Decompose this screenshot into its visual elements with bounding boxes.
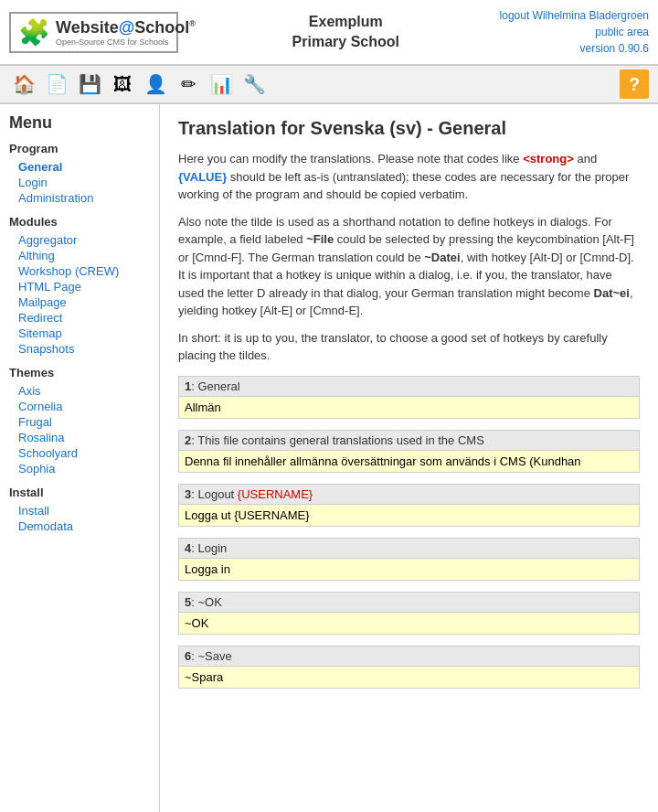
sidebar-item-install[interactable]: Install [9, 503, 150, 518]
section-themes: Themes [9, 366, 150, 379]
translation-item-3: 3: Logout {USERNAME} [178, 484, 640, 527]
trans-label-5: 5: ~OK [178, 592, 640, 612]
sidebar-item-axis[interactable]: Axis [9, 383, 150, 399]
sidebar-item-demodata[interactable]: Demodata [9, 518, 150, 534]
image-icon[interactable]: 🖼 [108, 69, 137, 99]
school-name: Exemplum Primary School [192, 12, 500, 53]
sidebar-item-rosalina[interactable]: Rosalina [9, 430, 150, 445]
sidebar-item-redirect[interactable]: Redirect [9, 310, 150, 326]
trans-input-2[interactable] [178, 450, 640, 473]
sidebar-item-general[interactable]: General [9, 159, 150, 175]
help-button[interactable]: ? [620, 69, 649, 99]
trans-input-3[interactable] [178, 504, 640, 527]
edit-icon[interactable]: ✏ [174, 69, 203, 99]
user-info[interactable]: logout Wilhelmina Bladergroen public are… [500, 7, 649, 57]
sidebar: Menu Program General Login Administratio… [0, 104, 160, 812]
logo-subtitle: Open-Source CMS for Schools [56, 37, 196, 47]
chart-icon[interactable]: 📊 [207, 69, 236, 99]
section-install: Install [9, 486, 150, 499]
sidebar-item-aggregator[interactable]: Aggregator [9, 232, 150, 248]
tools-icon[interactable]: 🔧 [239, 69, 269, 99]
page-icon[interactable]: 📄 [42, 69, 71, 99]
page-title: Translation for Svenska (sv) - General [178, 118, 640, 139]
sidebar-item-sophia[interactable]: Sophia [9, 461, 150, 476]
description-3: In short: it is up to you, the translato… [178, 329, 640, 365]
sidebar-item-administration[interactable]: Administration [9, 190, 150, 206]
translation-item-6: 6: ~Save [178, 646, 640, 689]
code-value: {VALUE} [178, 170, 227, 184]
section-modules: Modules [9, 215, 150, 229]
translation-item-4: 4: Login [178, 538, 640, 581]
home-icon[interactable]: 🏠 [9, 69, 38, 99]
description-1: Here you can modify the translations. Pl… [178, 150, 640, 204]
sidebar-item-sitemap[interactable]: Sitemap [9, 326, 150, 341]
sidebar-item-login[interactable]: Login [9, 175, 150, 190]
toolbar: 🏠 📄 💾 🖼 👤 ✏ 📊 🔧 ? [0, 66, 658, 104]
trans-label-3: 3: Logout {USERNAME} [178, 484, 640, 504]
logo-text: Website@School® [56, 18, 196, 37]
sidebar-item-althing[interactable]: Althing [9, 248, 150, 263]
sidebar-item-cornelia[interactable]: Cornelia [9, 399, 150, 414]
logo-area: 🧩 Website@School® Open-Source CMS for Sc… [9, 12, 192, 53]
translation-item-5: 5: ~OK [178, 592, 640, 635]
content-area: Translation for Svenska (sv) - General H… [160, 104, 658, 812]
trans-label-6: 6: ~Save [178, 646, 640, 666]
trans-input-1[interactable] [178, 396, 640, 419]
translation-item-1: 1: General [178, 376, 640, 419]
trans-input-5[interactable] [178, 612, 640, 635]
save-icon[interactable]: 💾 [75, 69, 104, 99]
logo-icon: 🧩 [18, 17, 50, 48]
sidebar-item-frugal[interactable]: Frugal [9, 414, 150, 430]
user-icon[interactable]: 👤 [141, 69, 170, 99]
trans-label-4: 4: Login [178, 538, 640, 558]
description-2: Also note the tilde is used as a shortha… [178, 213, 640, 320]
translation-item-2: 2: This file contains general translatio… [178, 430, 640, 473]
sidebar-item-snapshots[interactable]: Snapshots [9, 341, 150, 357]
trans-input-4[interactable] [178, 558, 640, 581]
sidebar-title: Menu [9, 113, 150, 133]
trans-input-6[interactable] [178, 666, 640, 689]
code-strong: <strong> [523, 152, 574, 166]
sidebar-item-mailpage[interactable]: Mailpage [9, 294, 150, 310]
trans-label-2: 2: This file contains general translatio… [178, 430, 640, 450]
section-program: Program [9, 142, 150, 155]
logo-box: 🧩 Website@School® Open-Source CMS for Sc… [9, 12, 178, 53]
trans-label-1: 1: General [178, 376, 640, 396]
header: 🧩 Website@School® Open-Source CMS for Sc… [0, 0, 658, 66]
sidebar-item-workshop[interactable]: Workshop (CREW) [9, 263, 150, 279]
main-layout: Menu Program General Login Administratio… [0, 104, 658, 812]
sidebar-item-schoolyard[interactable]: Schoolyard [9, 445, 150, 461]
sidebar-item-htmlpage[interactable]: HTML Page [9, 279, 150, 294]
